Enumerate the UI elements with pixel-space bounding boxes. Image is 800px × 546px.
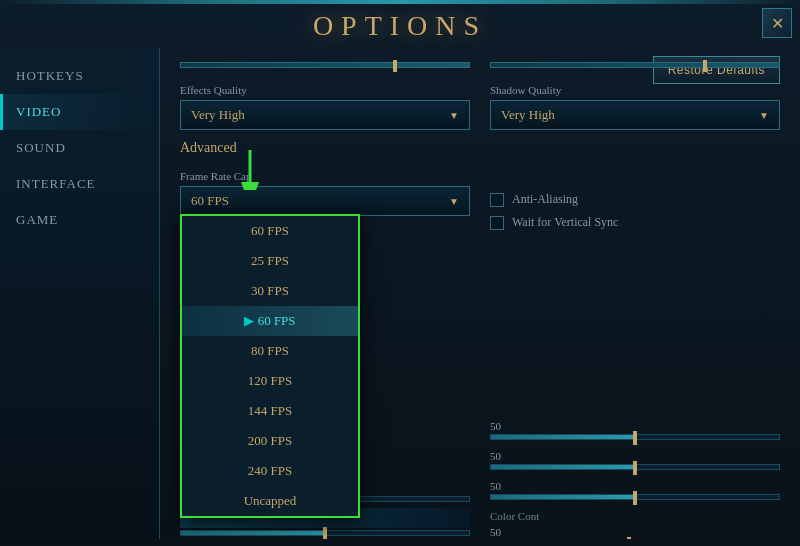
close-button[interactable]: ✕ <box>762 8 792 38</box>
fps-option-240[interactable]: 240 FPS <box>182 456 358 486</box>
color-contrast-group: Color Cont 50 <box>490 510 780 539</box>
fps-option-uncapped[interactable]: Uncapped <box>182 486 358 516</box>
fps-option-80[interactable]: 80 FPS <box>182 336 358 366</box>
left-column: Frame Rate Cap 60 FPS ▼ 60 FPS 25 FPS 30… <box>180 162 470 539</box>
frame-rate-cap-container: 60 FPS ▼ 60 FPS 25 FPS 30 FPS 60 FPS 80 … <box>180 186 470 216</box>
sidebar-item-video[interactable]: VIDEO <box>0 94 159 130</box>
vsync-item: Wait for Vertical Sync <box>490 215 780 230</box>
vsync-label: Wait for Vertical Sync <box>512 215 618 230</box>
sidebar-item-sound[interactable]: SOUND <box>0 130 159 166</box>
effects-quality-group: Effects Quality Very High ▼ <box>180 76 470 130</box>
slider-3-value: 50 <box>490 480 501 492</box>
fps-option-200[interactable]: 200 FPS <box>182 426 358 456</box>
effects-quality-label: Effects Quality <box>180 84 470 96</box>
fps-option-120[interactable]: 120 FPS <box>182 366 358 396</box>
header: OPTIONS ✕ <box>0 0 800 48</box>
effects-quality-dropdown[interactable]: Very High ▼ <box>180 100 470 130</box>
shadow-quality-arrow: ▼ <box>759 110 769 121</box>
color-contrast-label: Color Cont <box>490 510 780 522</box>
sidebar: HOTKEYS VIDEO SOUND INTERFACE GAME <box>0 48 160 539</box>
right-column: Anti-Aliasing Wait for Vertical Sync 50 <box>490 162 780 539</box>
restore-defaults-button[interactable]: Restore Defaults <box>653 56 780 84</box>
frame-rate-cap-arrow: ▼ <box>449 196 459 207</box>
shadow-quality-group: Shadow Quality Very High ▼ <box>490 76 780 130</box>
color-contrast-value: 50 <box>490 526 501 538</box>
sidebar-item-interface[interactable]: INTERFACE <box>0 166 159 202</box>
advanced-row: Frame Rate Cap 60 FPS ▼ 60 FPS 25 FPS 30… <box>180 162 780 539</box>
shadow-quality-value: Very High <box>501 107 555 123</box>
right-sliders-area: 50 50 50 <box>490 420 780 539</box>
slider-1-value: 50 <box>490 420 501 432</box>
right-slider-1[interactable] <box>490 434 780 440</box>
frame-rate-cap-label: Frame Rate Cap <box>180 170 470 182</box>
anti-aliasing-item: Anti-Aliasing <box>490 192 780 207</box>
color-contrast-value-row: 50 <box>490 526 780 538</box>
frame-rate-cap-value: 60 FPS <box>191 193 229 209</box>
fps-option-144[interactable]: 144 FPS <box>182 396 358 426</box>
top-sliders-row <box>180 60 780 68</box>
top-slider-left-group <box>180 60 470 68</box>
top-slider-right-group <box>490 60 780 68</box>
top-slider-right[interactable] <box>490 62 780 68</box>
quality-dropdowns-row: Effects Quality Very High ▼ Shadow Quali… <box>180 76 780 130</box>
fps-option-60-top[interactable]: 60 FPS <box>182 216 358 246</box>
vsync-checkbox[interactable] <box>490 216 504 230</box>
fps-option-25[interactable]: 25 FPS <box>182 246 358 276</box>
fps-option-30[interactable]: 30 FPS <box>182 276 358 306</box>
content-area: Restore Defaults Effects Quality Very Hi… <box>160 48 800 539</box>
slider-2-value: 50 <box>490 450 501 462</box>
fps-option-60-selected[interactable]: 60 FPS <box>182 306 358 336</box>
checkboxes-area: Anti-Aliasing Wait for Vertical Sync <box>490 192 780 230</box>
right-slider-3[interactable] <box>490 494 780 500</box>
frame-rate-cap-dropdown[interactable]: 60 FPS ▼ <box>180 186 470 216</box>
anti-aliasing-checkbox[interactable] <box>490 193 504 207</box>
slider-b[interactable] <box>180 530 470 536</box>
main-layout: HOTKEYS VIDEO SOUND INTERFACE GAME Resto… <box>0 48 800 539</box>
sidebar-item-hotkeys[interactable]: HOTKEYS <box>0 58 159 94</box>
sidebar-item-game[interactable]: GAME <box>0 202 159 238</box>
fps-dropdown-list: 60 FPS 25 FPS 30 FPS 60 FPS 80 FPS 120 F… <box>180 214 360 518</box>
arrow-annotation <box>240 150 300 194</box>
right-slider-2[interactable] <box>490 464 780 470</box>
effects-quality-value: Very High <box>191 107 245 123</box>
shadow-quality-label: Shadow Quality <box>490 84 780 96</box>
top-slider-left[interactable] <box>180 62 470 68</box>
anti-aliasing-label: Anti-Aliasing <box>512 192 578 207</box>
shadow-quality-dropdown[interactable]: Very High ▼ <box>490 100 780 130</box>
page-title: OPTIONS <box>313 10 487 41</box>
effects-quality-arrow: ▼ <box>449 110 459 121</box>
